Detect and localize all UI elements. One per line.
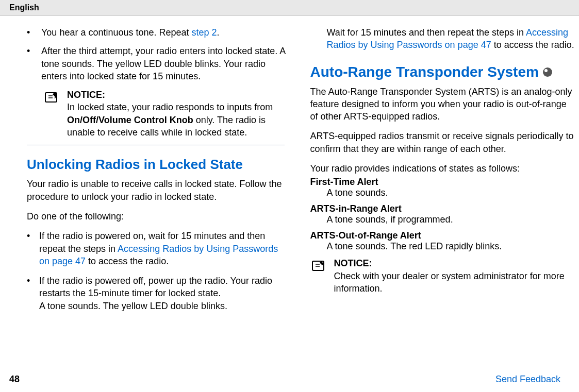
notice-icon — [43, 90, 62, 108]
text-fragment: A tone sounds. The yellow LED double bli… — [39, 301, 227, 311]
paragraph: Do one of the following: — [27, 210, 289, 223]
heading-text: Auto-Range Transponder System — [310, 64, 539, 80]
send-feedback-link[interactable]: Send Feedback — [495, 374, 560, 385]
text-fragment: If the radio is powered off, power up th… — [39, 276, 272, 298]
list-item-text: If the radio is powered on, wait for 15 … — [39, 230, 289, 267]
bullet-marker: • — [27, 230, 39, 267]
notice-label: NOTICE: — [334, 257, 575, 269]
language-label: English — [9, 3, 39, 12]
section-heading-arts: Auto-Range Transponder System — [310, 64, 575, 80]
list-item: • If the radio is powered on, wait for 1… — [27, 230, 289, 267]
body-bullet-list: • If the radio is powered on, wait for 1… — [27, 230, 289, 312]
definition-term: ARTS-Out-of-Range Alert — [310, 230, 575, 241]
notice-text: Check with your dealer or system adminis… — [334, 270, 575, 295]
notice-box: NOTICE: Check with your dealer or system… — [310, 257, 575, 295]
notice-icon — [310, 258, 329, 277]
definition-term: ARTS-in-Range Alert — [310, 203, 575, 214]
paragraph: Your radio is unable to receive calls in… — [27, 178, 289, 203]
paragraph: The Auto-Range Transponder System (ARTS)… — [310, 86, 575, 123]
list-item: • If the radio is powered off, power up … — [27, 275, 289, 312]
bullet-marker: • — [27, 45, 41, 82]
control-name: On/Off/Volume Control Knob — [67, 115, 193, 125]
definition-desc: A tone sounds. — [327, 188, 575, 198]
page-number: 48 — [9, 374, 20, 385]
list-item-text: You hear a continuous tone. Repeat step … — [41, 26, 220, 39]
list-item-text: If the radio is powered off, power up th… — [39, 275, 289, 312]
definition-term: First-Time Alert — [310, 177, 575, 188]
text-fragment: Wait for 15 minutes and then repeat the … — [327, 27, 526, 38]
notice-box: NOTICE: In locked state, your radio resp… — [43, 89, 289, 139]
paragraph: Wait for 15 minutes and then repeat the … — [327, 26, 575, 52]
top-bullet-list: • You hear a continuous tone. Repeat ste… — [27, 26, 289, 82]
text-fragment: to access the radio. — [86, 256, 169, 266]
list-item: • You hear a continuous tone. Repeat ste… — [27, 26, 289, 39]
notice-content: NOTICE: Check with your dealer or system… — [334, 257, 575, 295]
divider — [27, 145, 285, 145]
list-item: • After the third attempt, your radio en… — [27, 45, 289, 82]
text-fragment: to access the radio. — [491, 40, 574, 50]
definition-desc: A tone sounds, if programmed. — [327, 214, 575, 225]
bullet-marker: • — [27, 26, 41, 39]
feature-icon — [543, 67, 552, 77]
page-content: • You hear a continuous tone. Repeat ste… — [0, 16, 579, 319]
definition-desc: A tone sounds. The red LED rapidly blink… — [327, 241, 575, 252]
notice-text: In locked state, your radio responds to … — [67, 101, 289, 139]
paragraph: Your radio provides indications of state… — [310, 162, 575, 175]
page-header: English — [0, 0, 579, 16]
text-fragment: You hear a continuous tone. Repeat — [41, 27, 192, 38]
notice-content: NOTICE: In locked state, your radio resp… — [67, 89, 289, 139]
paragraph: ARTS-equipped radios transmit or receive… — [310, 130, 575, 155]
list-item-text: After the third attempt, your radio ente… — [41, 45, 289, 82]
left-column: • You hear a continuous tone. Repeat ste… — [27, 26, 301, 319]
text-fragment: In locked state, your radio responds to … — [67, 102, 273, 112]
notice-label: NOTICE: — [67, 89, 289, 101]
section-heading-unlocking: Unlocking Radios in Locked State — [27, 157, 289, 173]
text-fragment: . — [217, 27, 220, 38]
right-column: Wait for 15 minutes and then repeat the … — [301, 26, 575, 319]
bullet-marker: • — [27, 275, 39, 312]
step-link[interactable]: step 2 — [192, 27, 217, 38]
page-footer: 48 Send Feedback — [0, 374, 579, 385]
